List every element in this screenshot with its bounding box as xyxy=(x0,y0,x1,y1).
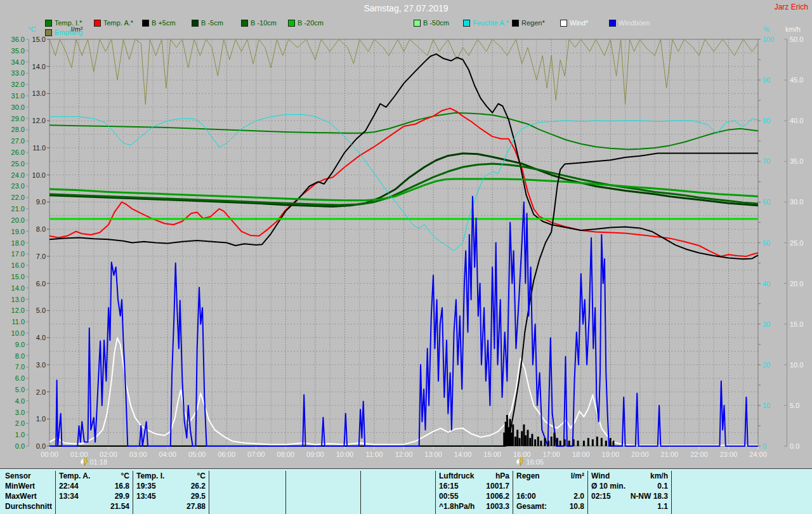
axis-tick-label: 8.0 xyxy=(36,225,46,233)
storm-marker: 16:05 xyxy=(516,458,544,466)
stats-cell-value: 29.9 xyxy=(115,491,129,501)
stats-cell-left: 13:34 xyxy=(59,491,79,501)
stats-cell-left: Ø 10 min. xyxy=(591,481,625,491)
stats-cell-value: 1.1 xyxy=(657,501,668,511)
stats-cell-left: Gesamt: xyxy=(516,501,547,511)
axis-tick-label: 5.0 xyxy=(15,386,25,393)
axis-tick-label: 0.0 xyxy=(790,442,799,450)
rain-bar xyxy=(514,437,516,446)
stats-row-label: MaxWert xyxy=(0,491,55,501)
stats-cell xyxy=(361,471,435,481)
stats-cell: 22:4416.8 xyxy=(56,481,133,491)
stats-column-Temp. A.: Temp. A.°C22:4416.813:3429.921.54 xyxy=(56,471,133,514)
storm-marker-time: 16:05 xyxy=(526,458,544,466)
stats-cell: 27.88 xyxy=(133,501,209,511)
rain-bar xyxy=(587,438,589,446)
axis-tick-label: 9.0 xyxy=(36,198,46,206)
axis-tick-label: 20.0 xyxy=(790,280,803,287)
rain-bar xyxy=(516,430,518,446)
axis-tick-label: 25.0 xyxy=(11,160,25,168)
rain-bar xyxy=(556,438,558,446)
rain-bar xyxy=(537,437,539,446)
stats-cell-left: Regen xyxy=(516,471,540,481)
axis-tick-label: 24:00 xyxy=(749,451,767,458)
axis-tick-label: 1.0 xyxy=(15,431,25,438)
axis-tick-label: 09:00 xyxy=(306,451,324,458)
axis-tick-label: 11.0 xyxy=(11,318,25,326)
stats-cell-left: Luftdruck xyxy=(439,471,474,481)
axis-tick-label: 15.0 xyxy=(32,36,46,43)
stats-row-labels: SensorMinWertMaxWertDurchschnitt xyxy=(0,471,56,514)
axis-tick-label: 34.0 xyxy=(11,58,25,66)
axis-tick-label: 12:00 xyxy=(395,451,413,458)
rain-bar xyxy=(523,425,525,446)
stats-column-filler xyxy=(672,471,812,514)
rain-bar xyxy=(527,430,528,446)
axis-tick-label: 5.0 xyxy=(790,402,799,409)
axis-tick-label: 23.0 xyxy=(11,182,25,190)
rain-bar xyxy=(553,433,555,446)
rain-bar xyxy=(551,437,553,446)
stats-cell xyxy=(286,481,360,491)
axis-tick-label: 30.0 xyxy=(790,198,803,206)
stats-cell-value: 26.2 xyxy=(191,481,206,491)
rain-bar xyxy=(544,438,546,446)
stats-cell xyxy=(286,471,360,481)
storm-marker-time: 01:18 xyxy=(90,458,108,466)
axis-tick-label: 22:00 xyxy=(690,451,708,458)
axis-tick-label: 6.0 xyxy=(15,374,25,382)
axis-tick-label: 19:00 xyxy=(602,451,620,458)
axis-tick-label: 08:00 xyxy=(277,451,295,458)
stats-cell xyxy=(286,491,360,501)
rain-bar xyxy=(512,425,514,446)
stats-cell: Temp. I.°C xyxy=(133,471,209,481)
axis-tick-label: 23:00 xyxy=(720,451,738,458)
stats-cell-left: 13:45 xyxy=(136,491,156,501)
stats-row-label: Sensor xyxy=(0,471,55,481)
axis-tick-label: 2.0 xyxy=(36,388,46,396)
axis-tick-label: 06:00 xyxy=(218,451,235,458)
stats-cell xyxy=(209,491,285,501)
stats-cell: 13:4529.5 xyxy=(133,491,209,501)
axis-tick-label: 25.0 xyxy=(790,239,803,247)
stats-cell-left: 19:35 xyxy=(136,481,156,491)
rain-bar xyxy=(605,440,607,446)
axis-tick-label: 10 xyxy=(763,402,770,409)
axis-tick-label: 13.0 xyxy=(11,296,25,303)
stats-cell-left: Temp. A. xyxy=(59,471,90,481)
axis-tick-label: 21:00 xyxy=(661,451,679,458)
axis-tick-label: 36.0 xyxy=(11,36,25,43)
stats-cell-value: 0.1 xyxy=(657,481,668,491)
storm-marker-icon xyxy=(516,458,525,466)
stats-column-empty-2 xyxy=(209,471,286,514)
axis-tick-label: 14.0 xyxy=(32,63,46,70)
axis-tick-label: 30.0 xyxy=(11,103,25,111)
axis-tick-label: 12.0 xyxy=(32,117,46,124)
axis-tick-label: 35.0 xyxy=(790,157,803,165)
rain-bar xyxy=(573,439,575,446)
stats-column-Regen: Regenl/m²16:002.0Gesamt:10.8 xyxy=(513,471,588,514)
chart-surface[interactable]: 0.01.02.03.04.05.06.07.08.09.010.011.012… xyxy=(0,0,812,467)
axis-tick-label: 18.0 xyxy=(11,239,25,247)
axis-tick-label: 50 xyxy=(763,239,770,247)
axis-tick-label: 6.0 xyxy=(36,280,46,287)
stats-cell-value: °C xyxy=(121,471,129,481)
axis-tick-label: 31.0 xyxy=(11,92,25,100)
stats-cell xyxy=(361,501,435,511)
weather-app-window: Samstag, 27.07.2019 Jarz Erich °C l/m² %… xyxy=(0,0,812,514)
axis-tick-label: 1.0 xyxy=(36,415,46,423)
axis-tick-label: 21.0 xyxy=(11,205,25,213)
stats-cell-value: 1001.7 xyxy=(486,481,509,491)
axis-tick-label: 20.0 xyxy=(11,216,25,224)
stats-cell: 19:3526.2 xyxy=(133,481,209,491)
stats-cell-left: 16:00 xyxy=(516,491,536,501)
rain-bar xyxy=(612,440,614,446)
stats-cell-left: 16:15 xyxy=(439,481,459,491)
axis-tick-label: 11.0 xyxy=(32,144,46,152)
axis-tick-label: 40 xyxy=(763,280,770,287)
axis-tick-label: 15.0 xyxy=(11,273,25,280)
stats-cell-left: 22:44 xyxy=(59,481,79,491)
stats-column-Temp. I.: Temp. I.°C19:3526.213:4529.527.88 xyxy=(133,471,209,514)
stats-cell-value: 1003.3 xyxy=(486,501,509,511)
rain-bar xyxy=(577,440,579,446)
